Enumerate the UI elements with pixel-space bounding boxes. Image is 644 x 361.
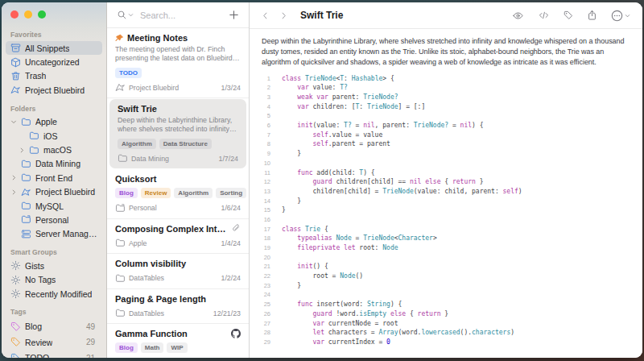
sidebar-item-label: Gists bbox=[25, 261, 44, 271]
snippet-folder-label: Data Mining bbox=[131, 155, 169, 163]
line-number: 1 bbox=[254, 75, 272, 82]
search-icon[interactable] bbox=[117, 10, 134, 20]
pin-icon bbox=[115, 34, 124, 43]
line-number: 11 bbox=[254, 169, 272, 176]
sidebar-item-label: Uncategorized bbox=[25, 57, 80, 67]
snippet-title: Paging & Page length bbox=[115, 294, 241, 304]
sidebar-item-gists[interactable]: Gists bbox=[6, 259, 102, 272]
list-item-meeting-notes[interactable]: Meeting NotesThe meeting opened with Dr.… bbox=[107, 28, 249, 98]
zoom-button[interactable] bbox=[38, 10, 46, 19]
snippet-list-pane: Search... Meeting NotesThe meeting opene… bbox=[107, 2, 250, 358]
add-snippet-button[interactable] bbox=[229, 10, 239, 20]
line-number: 12 bbox=[254, 178, 272, 185]
code-button[interactable] bbox=[538, 10, 550, 20]
chevron-right-icon[interactable] bbox=[10, 189, 17, 196]
tag-badge-data-structure: Data Structure bbox=[159, 139, 212, 149]
code-line: 11 func add(child: T) { bbox=[254, 168, 642, 177]
snippet-footer: Apple1/4/24 bbox=[115, 238, 241, 248]
sidebar-item-apple[interactable]: Apple bbox=[6, 115, 102, 129]
code-line: 5 bbox=[254, 111, 642, 121]
code-line: 17class Trie { bbox=[254, 224, 642, 234]
snippet-folder-label: Personal bbox=[129, 204, 157, 212]
chevron-right-icon[interactable] bbox=[10, 174, 17, 181]
list-item-column-visibility[interactable]: Column visibilityDataTables1/2/24 bbox=[107, 254, 249, 289]
line-number: 21 bbox=[254, 263, 272, 270]
tag-button[interactable] bbox=[564, 10, 573, 20]
sidebar-item-mysql[interactable]: MySQL bbox=[6, 199, 102, 213]
list-item-quicksort[interactable]: QuicksortBlogReviewAlgorithmSorting+2Per… bbox=[107, 169, 249, 219]
snippet-tags: BlogReviewAlgorithmSorting+2 bbox=[115, 188, 241, 198]
more-button[interactable] bbox=[611, 10, 630, 22]
line-number: 20 bbox=[254, 254, 272, 261]
snippet-footer: Personal1/6/24 bbox=[115, 203, 241, 214]
sidebar-sections: FavoritesAll SnippetsUncategorizedTrashP… bbox=[2, 31, 106, 358]
folder-icon bbox=[29, 145, 39, 156]
forward-button[interactable] bbox=[280, 11, 287, 20]
sidebar-item-uncategorized[interactable]: Uncategorized bbox=[6, 55, 102, 68]
sidebar-item-blog[interactable]: Blog49 bbox=[6, 318, 102, 334]
sidebar-item-data-mining[interactable]: Data Mining bbox=[6, 157, 102, 171]
sidebar-item-project-bluebird[interactable]: Project Bluebird bbox=[6, 185, 102, 199]
line-number: 24 bbox=[254, 291, 272, 298]
sidebar-item-server-management[interactable]: Server Management bbox=[6, 227, 102, 241]
snippet-title: Swift Trie bbox=[118, 104, 238, 114]
code-editor[interactable]: 1class TrieNode<T: Hashable> {2 var valu… bbox=[250, 69, 642, 346]
code-line: 26 guard !word.isEmpty else { return } bbox=[254, 309, 642, 318]
code-line: 10 bbox=[254, 158, 642, 168]
sidebar-item-trash[interactable]: Trash bbox=[6, 69, 102, 83]
sidebar-item-personal[interactable]: Personal bbox=[6, 213, 102, 226]
sidebar-item-macos[interactable]: macOS bbox=[6, 143, 102, 156]
code-line: 20 bbox=[254, 252, 642, 262]
tag-badge-review: Review bbox=[141, 188, 171, 198]
list-item-gamma-function[interactable]: Gamma FunctionBlogMathWIPPersonal12/18/2… bbox=[107, 324, 249, 358]
code-line: 21 init() { bbox=[254, 262, 642, 272]
tag-count-badge: 21 bbox=[86, 354, 98, 359]
sidebar-item-recently-modified[interactable]: Recently Modified bbox=[6, 287, 102, 301]
server-icon bbox=[21, 229, 31, 239]
bird-icon bbox=[21, 187, 31, 197]
line-number: 10 bbox=[254, 160, 272, 167]
chevron-down-icon[interactable] bbox=[10, 119, 17, 125]
share-button[interactable] bbox=[587, 10, 597, 21]
gear-icon bbox=[10, 275, 21, 285]
line-number: 5 bbox=[254, 112, 272, 119]
snippet-folder-label: DataTables bbox=[129, 274, 164, 282]
list-item-composing-complex-interfaces[interactable]: Composing Complex InterfacesApple1/4/24 bbox=[107, 219, 249, 255]
code-line: 2 var value: T? bbox=[254, 83, 642, 93]
tag-count-badge: 29 bbox=[86, 338, 98, 346]
sidebar-item-no-tags[interactable]: No Tags bbox=[6, 272, 102, 286]
snippet-folder-label: Apple bbox=[129, 239, 147, 247]
sidebar-item-todo[interactable]: TODO21 bbox=[6, 350, 102, 358]
github-icon bbox=[231, 329, 241, 338]
chevron-left-icon bbox=[262, 11, 269, 20]
bird-icon bbox=[10, 85, 21, 95]
snippet-tags: AlgorithmData Structure bbox=[118, 139, 238, 149]
sidebar-section-title: Folders bbox=[10, 105, 98, 113]
close-button[interactable] bbox=[10, 10, 19, 19]
tag-badge-sorting: Sorting bbox=[216, 188, 246, 198]
back-button[interactable] bbox=[262, 11, 269, 20]
tag-badge-algorithm: Algorithm bbox=[174, 188, 213, 198]
sidebar-item-review[interactable]: Review29 bbox=[6, 334, 102, 351]
tag-icon bbox=[10, 337, 21, 347]
snippet-date: 1/6/24 bbox=[221, 204, 241, 212]
sidebar-item-label: Project Bluebird bbox=[35, 187, 95, 197]
sidebar-item-ios[interactable]: iOS bbox=[6, 129, 102, 143]
list-item-paging-page-length[interactable]: Paging & Page lengthDataTables12/21/23 bbox=[107, 289, 249, 325]
tag-icon bbox=[564, 10, 573, 20]
minimize-button[interactable] bbox=[24, 10, 32, 19]
sidebar-item-all-snippets[interactable]: All Snippets bbox=[6, 41, 102, 55]
list-item-swift-trie[interactable]: Swift TrieDeep within the Labyrinthine L… bbox=[109, 99, 246, 168]
search-input[interactable]: Search... bbox=[140, 10, 226, 20]
sidebar-item-project-bluebird[interactable]: Project Bluebird bbox=[6, 83, 102, 97]
code-icon bbox=[538, 10, 550, 20]
app-window: FavoritesAll SnippetsUncategorizedTrashP… bbox=[2, 2, 642, 358]
code-line: 27 var currentNode = root bbox=[254, 318, 642, 328]
line-number: 2 bbox=[254, 84, 272, 91]
chevron-right-icon[interactable] bbox=[19, 147, 25, 154]
snippet-footer: Data Mining1/7/24 bbox=[118, 153, 238, 164]
sidebar-item-front-end[interactable]: Front End bbox=[6, 171, 102, 185]
editor-pane: Swift Trie Deep within the Labyrinthine … bbox=[250, 2, 642, 358]
eye-button[interactable] bbox=[512, 10, 524, 21]
sidebar-item-label: Server Management bbox=[35, 229, 98, 239]
